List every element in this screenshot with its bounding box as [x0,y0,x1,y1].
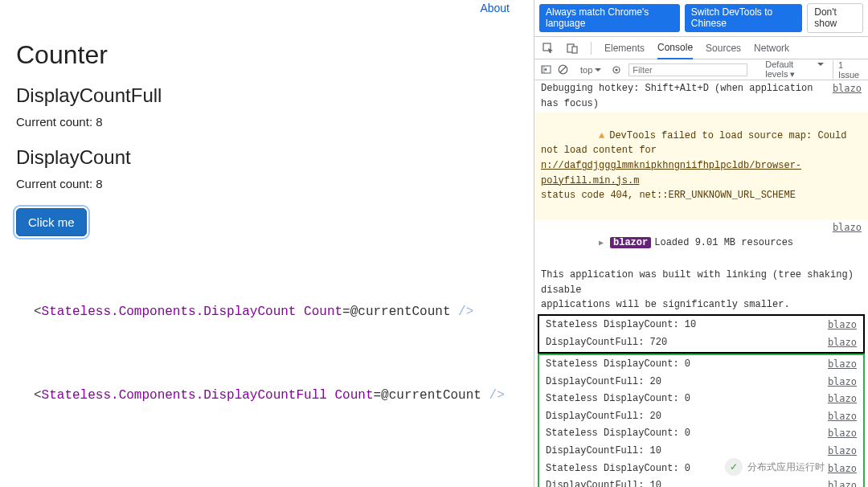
code-closer: /> [451,305,474,319]
console-row: ▶blazorLoaded 9.01 MB resources blazo [534,219,868,267]
match-language-button[interactable]: Always match Chrome's language [539,4,680,32]
inspect-element-icon[interactable] [542,43,554,54]
nav-about-link[interactable]: About [480,2,510,16]
console-row: Stateless DisplayCount: 10blazo [539,317,863,334]
blazor-badge: blazor [610,237,651,248]
context-selector[interactable]: top [575,63,604,76]
devtools-infobar: Always match Chrome's language Switch De… [534,0,868,37]
clear-console-icon[interactable] [558,64,568,76]
watermark-badge: ✓ 分布式应用运行时 [722,456,828,477]
switch-chinese-button[interactable]: Switch DevTools to Chinese [685,4,802,32]
console-source-link[interactable]: blazo [823,409,857,424]
console-message: DisplayCountFull: 20 [546,409,823,424]
console-row: DisplayCountFull: 20blazo [539,408,863,426]
current-count: Current count: 8 [16,177,518,190]
code-line-2: <Stateless.Components.DisplayCountFull C… [34,366,518,428]
console-message: DisplayCountFull: 10 [546,478,823,487]
console-row: DisplayCountFull: 720blazo [539,334,863,352]
console-source-link[interactable]: blazo [823,335,857,350]
log-levels-selector[interactable]: Default levels ▾ [760,59,826,80]
console-message: Stateless DisplayCount: 0 [546,391,823,407]
code-val: @currentCount [381,388,481,403]
svg-point-8 [616,68,618,71]
tab-elements[interactable]: Elements [604,38,645,59]
page-title: Counter [16,40,518,70]
current-count-full: Current count: 8 [16,115,518,129]
highlight-box-black: Stateless DisplayCount: 10blazoDisplayCo… [538,314,865,354]
console-source-link[interactable]: blazo [823,317,857,333]
top-nav: About [0,0,534,16]
app-pane: About Counter DisplayCountFull Current c… [0,0,534,487]
devtools-tabbar: Elements Console Sources Network [534,37,868,59]
code-attr: Count [327,388,374,403]
live-expression-icon[interactable] [611,64,622,76]
wechat-icon: ✓ [725,458,743,476]
code-closer: /> [481,388,505,403]
code-line-1: <Stateless.Components.DisplayCount Count… [34,281,518,343]
console-output: Debugging hotkey: Shift+Alt+D (when appl… [534,80,868,487]
code-eq: = [373,388,381,403]
click-me-button[interactable]: Click me [16,208,87,236]
console-message: ▶blazorLoaded 9.01 MB resources [541,220,828,265]
console-message: This application was built with linking … [541,268,862,313]
console-message: DisplayCountFull: 720 [546,335,823,350]
console-row: Stateless DisplayCount: 0blazo [539,356,863,374]
console-row: Stateless DisplayCount: 0blazo [539,391,863,408]
svg-rect-2 [572,47,577,53]
code-delim: < [34,305,42,319]
device-toolbar-icon[interactable] [567,43,578,54]
warning-icon: ▲ [599,130,604,141]
section-heading-displaycountfull: DisplayCountFull [16,84,518,107]
console-message: Stateless DisplayCount: 10 [546,317,823,333]
console-row: Stateless DisplayCount: 0blazo [539,425,863,443]
console-row: This application was built with linking … [534,267,868,314]
sourcemap-url-link[interactable]: n://dafgdjggglmmknipkhngniifhplpcldb/bro… [541,160,801,186]
tab-console[interactable]: Console [657,37,693,59]
svg-line-6 [560,67,566,72]
console-message: Stateless DisplayCount: 0 [546,357,823,372]
tab-sources[interactable]: Sources [706,38,741,59]
console-source-link[interactable]: blazo [823,357,857,372]
code-tag: Stateless.Components.DisplayCountFull [42,388,327,403]
code-tag: Stateless.Components.DisplayCount [42,305,297,319]
dont-show-button[interactable]: Don't show [807,3,863,33]
console-source-link[interactable]: blazo [823,426,857,441]
code-sample: <Stateless.Components.DisplayCount Count… [16,281,518,428]
toggle-sidebar-icon[interactable] [541,64,551,76]
devtools-pane: Always match Chrome's language Switch De… [534,0,868,487]
console-toolbar: top Default levels ▾ 1 Issue [534,59,868,80]
console-source-link[interactable]: blazo [823,461,857,477]
console-source-link[interactable]: blazo [828,81,862,111]
tab-network[interactable]: Network [754,38,789,59]
code-eq: = [342,305,350,319]
code-attr: Count [296,305,342,319]
watermark-text: 分布式应用运行时 [747,460,825,474]
console-source-link[interactable]: blazo [823,444,857,459]
console-source-link[interactable]: blazo [823,391,857,407]
console-source-link[interactable]: blazo [828,220,862,265]
console-message: ▲DevTools failed to load source map: Cou… [541,113,862,218]
console-message: DisplayCountFull: 20 [546,374,823,390]
console-row: Debugging hotkey: Shift+Alt+D (when appl… [534,80,868,113]
console-source-link[interactable]: blazo [823,374,857,390]
expand-icon[interactable]: ▶ [599,237,607,250]
console-message: Debugging hotkey: Shift+Alt+D (when appl… [541,81,828,111]
console-row: DisplayCountFull: 10blazo [539,477,863,487]
console-source-link[interactable]: blazo [823,478,857,487]
issues-button[interactable]: 1 Issue [833,60,862,80]
code-delim: < [34,388,42,403]
section-heading-displaycount: DisplayCount [16,146,518,169]
console-row: DisplayCountFull: 20blazo [539,374,863,391]
console-row-warning: ▲DevTools failed to load source map: Cou… [534,113,868,219]
code-val: @currentCount [350,305,451,319]
console-message: Stateless DisplayCount: 0 [546,426,823,441]
console-filter-input[interactable] [628,63,747,76]
